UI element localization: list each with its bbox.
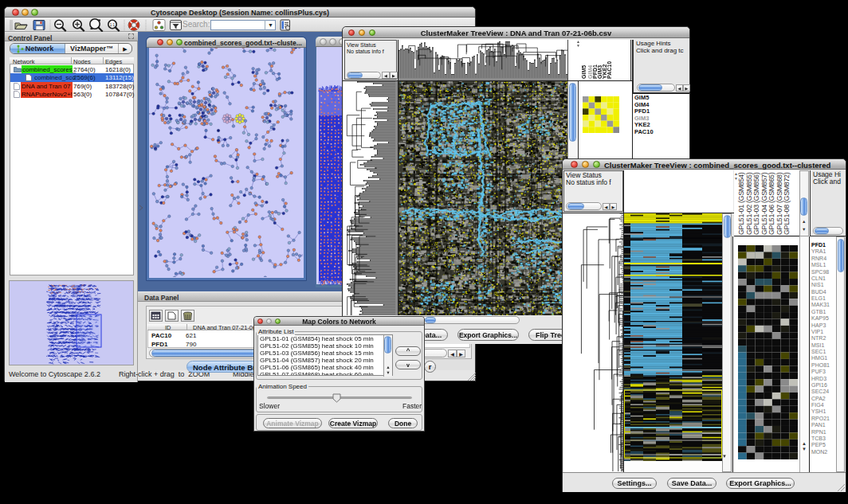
- svg-text:1:1: 1:1: [110, 23, 116, 27]
